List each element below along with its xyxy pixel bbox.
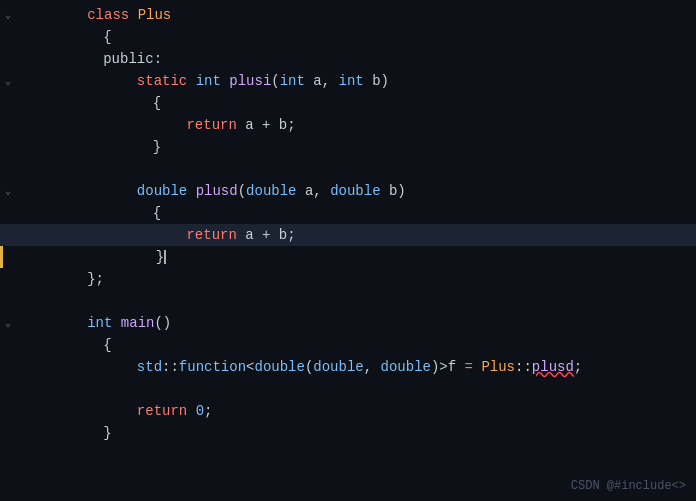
code-area: ⌄ class Plus { public: ⌄ <box>0 0 696 448</box>
fold-gutter-9[interactable]: ⌄ <box>0 185 16 197</box>
line-20-content: } <box>32 409 686 457</box>
fold-arrow-1[interactable]: ⌄ <box>5 9 11 21</box>
code-editor: ⌄ class Plus { public: ⌄ <box>0 0 696 501</box>
fold-gutter-15[interactable]: ⌄ <box>0 317 16 329</box>
line-17: std::function<double(double, double)>f =… <box>0 356 696 378</box>
line-7: } <box>0 136 696 158</box>
fold-gutter-4[interactable]: ⌄ <box>0 75 16 87</box>
line-20: } <box>0 422 696 444</box>
watermark: CSDN @#include<> <box>571 479 686 493</box>
fold-arrow-15[interactable]: ⌄ <box>5 317 11 329</box>
fold-arrow-4[interactable]: ⌄ <box>5 75 11 87</box>
line-13: }; <box>0 268 696 290</box>
fold-arrow-9[interactable]: ⌄ <box>5 185 11 197</box>
fold-gutter-1[interactable]: ⌄ <box>0 9 16 21</box>
